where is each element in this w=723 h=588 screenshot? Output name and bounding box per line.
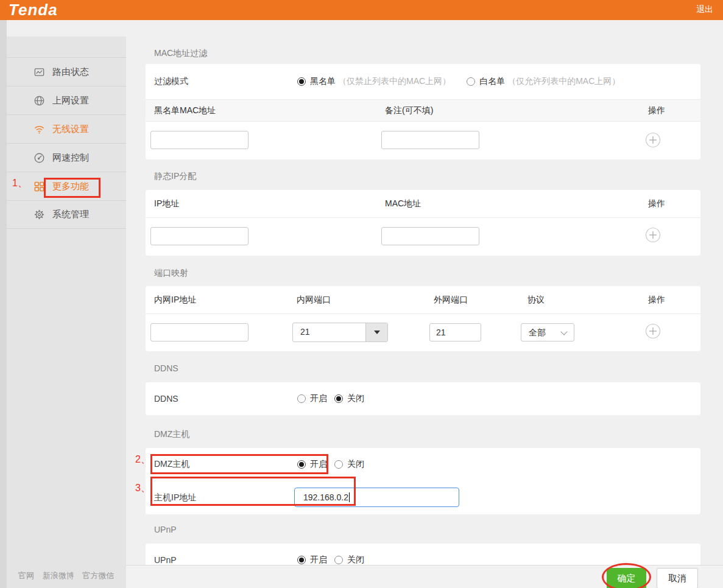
dmz-off-label[interactable]: 关闭 — [347, 459, 364, 470]
col-header-lan-port: 内网端口 — [297, 295, 331, 306]
section-title-mac-filter: MAC地址过滤 — [154, 48, 207, 59]
ddns-off-radio[interactable] — [334, 394, 343, 403]
logout-button[interactable]: 退出 — [696, 4, 713, 15]
sidebar-item-wireless-settings[interactable]: 无线设置 — [7, 114, 126, 143]
whitelist-radio[interactable] — [467, 77, 475, 86]
col-header-ip: IP地址 — [154, 198, 179, 209]
action-footer: 确定 取消 — [126, 565, 723, 588]
chevron-down-icon — [560, 328, 567, 335]
static-ip-table-header: IP地址 MAC地址 操作 — [146, 190, 700, 218]
weibo-link[interactable]: 新浪微博 — [43, 571, 74, 580]
dmz-ip-label: 主机IP地址 — [154, 492, 196, 503]
lan-ip-input[interactable] — [150, 323, 249, 341]
app-body: 路由状态 上网设置 — [0, 20, 723, 588]
upnp-label: UPnP — [154, 555, 177, 565]
ddns-off-label[interactable]: 关闭 — [347, 393, 364, 404]
port-mapping-card: 内网IP地址 内网端口 外网端口 协议 操作 21 全部 — [146, 286, 700, 351]
main-content: MAC地址过滤 过滤模式 黑名单 （仅禁止列表中的MAC上网） 白名单 （仅允许… — [126, 20, 723, 588]
mac-filter-card: 过滤模式 黑名单 （仅禁止列表中的MAC上网） 白名单 （仅允许列表中的MAC上… — [146, 64, 700, 159]
col-header-wan-port: 外网端口 — [434, 295, 468, 306]
col-header-action: 操作 — [648, 198, 665, 209]
ok-button[interactable]: 确定 — [607, 568, 646, 588]
dmz-on-label[interactable]: 开启 — [310, 459, 327, 470]
section-title-static-ip: 静态IP分配 — [154, 171, 196, 182]
section-title-upnp: UPnP — [154, 525, 177, 534]
sidebar-item-label: 系统管理 — [52, 209, 89, 220]
mac-filter-table-header: 黑名单MAC地址 备注(可不填) 操作 — [146, 99, 700, 122]
official-site-link[interactable]: 官网 — [18, 571, 34, 580]
upnp-radios: 开启 关闭 — [297, 555, 364, 565]
sidebar-item-label: 路由状态 — [52, 66, 89, 78]
wifi-icon — [34, 124, 45, 135]
ddns-label: DDNS — [154, 394, 178, 404]
col-header-protocol: 协议 — [527, 295, 545, 306]
sidebar-item-label: 网速控制 — [52, 152, 89, 164]
gear-icon — [34, 209, 45, 220]
static-ip-input[interactable] — [150, 227, 249, 245]
left-strip — [0, 20, 7, 588]
upnp-on-radio[interactable] — [297, 556, 306, 564]
lan-port-value: 21 — [300, 327, 310, 337]
static-mac-input[interactable] — [381, 227, 479, 245]
upnp-off-radio[interactable] — [334, 556, 343, 564]
text-caret — [349, 492, 350, 502]
dmz-ip-row: 主机IP地址 192.168.0.2 — [146, 481, 700, 514]
triangle-down-icon — [374, 331, 380, 334]
sidebar-item-label: 上网设置 — [52, 95, 89, 107]
section-title-ddns: DDNS — [154, 363, 178, 373]
dmz-ip-input[interactable]: 192.168.0.2 — [294, 488, 459, 507]
ddns-row: DDNS 开启 关闭 — [146, 382, 700, 415]
sidebar: 路由状态 上网设置 — [7, 37, 126, 588]
sidebar-item-internet-settings[interactable]: 上网设置 — [7, 86, 126, 114]
sidebar-item-speed-control[interactable]: 网速控制 — [7, 143, 126, 172]
footer-links: 官网 新浪微博 官方微信 — [18, 570, 120, 581]
lan-port-dropdown-button[interactable] — [365, 323, 387, 341]
blacklist-radio[interactable] — [297, 77, 306, 86]
mac-filter-input-row — [146, 122, 700, 159]
speedometer-icon — [34, 152, 45, 164]
sidebar-item-label: 无线设置 — [52, 124, 89, 135]
sidebar-item-more-functions[interactable]: 更多功能 — [7, 172, 126, 200]
section-title-port-mapping: 端口映射 — [154, 268, 188, 279]
dmz-label: DMZ主机 — [154, 459, 189, 470]
grid-icon — [34, 181, 45, 192]
dmz-on-radio[interactable] — [297, 460, 306, 469]
col-header-action: 操作 — [648, 105, 665, 116]
ddns-on-radio[interactable] — [297, 394, 306, 403]
dmz-card: DMZ主机 开启 关闭 主机IP地址 192.168.0.2 — [146, 448, 700, 514]
dmz-off-radio[interactable] — [334, 460, 343, 469]
ddns-radios: 开启 关闭 — [297, 393, 364, 404]
whitelist-radio-label[interactable]: 白名单 — [479, 76, 505, 87]
globe-icon — [34, 95, 45, 107]
add-mac-filter-button[interactable] — [645, 132, 661, 148]
add-static-ip-button[interactable] — [645, 227, 661, 243]
filter-mode-label: 过滤模式 — [154, 76, 188, 87]
section-title-dmz: DMZ主机 — [154, 429, 189, 440]
upnp-on-label[interactable]: 开启 — [310, 555, 327, 565]
col-header-mac: MAC地址 — [385, 198, 421, 209]
protocol-select[interactable]: 全部 — [521, 323, 574, 341]
blacklist-mac-input[interactable] — [150, 131, 249, 149]
ddns-card: DDNS 开启 关闭 — [146, 382, 700, 415]
col-header-action: 操作 — [648, 295, 665, 306]
upnp-off-label[interactable]: 关闭 — [347, 555, 364, 565]
col-header-lan-ip: 内网IP地址 — [154, 295, 196, 306]
wan-port-input[interactable] — [429, 323, 481, 341]
status-chart-icon — [34, 66, 45, 78]
wechat-link[interactable]: 官方微信 — [82, 571, 114, 580]
add-port-mapping-button[interactable] — [645, 323, 661, 339]
whitelist-hint: （仅允许列表中的MAC上网） — [507, 76, 620, 87]
sidebar-menu: 路由状态 上网设置 — [7, 57, 126, 229]
blacklist-radio-label[interactable]: 黑名单 — [310, 76, 336, 87]
col-header-blacklist-mac: 黑名单MAC地址 — [154, 105, 216, 116]
dmz-radios: 开启 关闭 — [297, 459, 364, 470]
ddns-on-label[interactable]: 开启 — [310, 393, 327, 404]
cancel-button[interactable]: 取消 — [657, 568, 698, 588]
lan-port-combobox[interactable]: 21 — [292, 323, 388, 342]
dmz-ip-value: 192.168.0.2 — [303, 492, 348, 502]
sidebar-item-system-management[interactable]: 系统管理 — [7, 200, 126, 229]
note-input[interactable] — [381, 131, 479, 149]
blacklist-hint: （仅禁止列表中的MAC上网） — [338, 76, 451, 87]
sidebar-item-router-status[interactable]: 路由状态 — [7, 57, 126, 86]
tenda-logo: Tenda — [9, 1, 58, 19]
